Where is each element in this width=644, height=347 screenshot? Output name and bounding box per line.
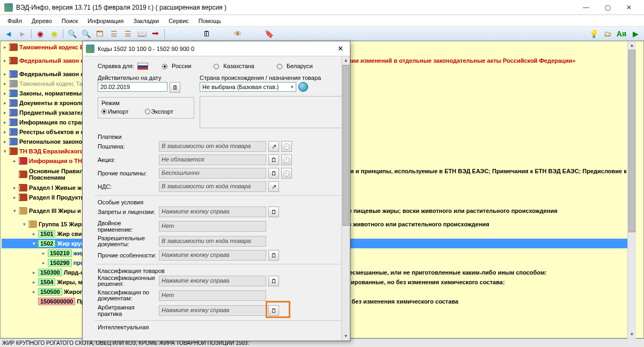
circle-target-icon[interactable]: ◉ — [48, 28, 61, 40]
classification-title: Классификация товаров — [98, 268, 345, 274]
goto-icon[interactable]: ⮕ — [149, 28, 162, 40]
bans-value: Нажмите кнопку справа — [159, 206, 266, 217]
origin-dropdown[interactable]: Не выбрана (Базовая став.)▾ — [200, 82, 296, 92]
menu-bookmarks[interactable]: Закладки — [129, 17, 164, 25]
menubar: Файл Дерево Поиск Информация Закладки Се… — [0, 15, 644, 27]
class-docs-value: Нет — [159, 290, 266, 301]
maximize-button[interactable]: ▢ — [597, 1, 618, 14]
search2-icon[interactable]: 🔍 — [79, 28, 92, 40]
cards-icon[interactable]: 🗂 — [601, 28, 614, 40]
toolbar: ◄ ► ◉ ◉ 🔍 🔍 🗔 ☰ ☰ 📖 ⮕ 🗓 👁 🔖 💡 🗂 Aя ▶ — [0, 27, 644, 41]
menu-search[interactable]: Поиск — [57, 17, 82, 25]
dialog-title: Коды 1502 10 100 0 - 1502 90 900 0 — [98, 46, 334, 52]
tree-scrollbar[interactable]: ▲ ▼ — [627, 41, 636, 339]
bulb-icon[interactable]: 💡 — [587, 28, 600, 40]
date-label: Действительно на дату — [98, 75, 194, 81]
tree-item[interactable]: Предметный указатель — [19, 109, 88, 116]
dialog-icon — [86, 45, 94, 53]
radio-belarus[interactable] — [277, 64, 282, 69]
conditions-title: Особые условия — [98, 199, 345, 205]
radio-import[interactable] — [101, 109, 107, 114]
menu-help[interactable]: Помощь — [194, 17, 226, 25]
excise-list-icon[interactable]: 🗒 — [268, 154, 279, 165]
features-list-icon[interactable]: 🗒 — [268, 250, 279, 261]
class-decisions-icon[interactable]: 🗒 — [268, 276, 279, 286]
notes-icon[interactable]: ☰ — [121, 28, 134, 40]
globe-icon[interactable] — [298, 82, 308, 92]
ay-icon[interactable]: Aя — [615, 28, 628, 40]
app-icon — [4, 3, 13, 12]
tree-item[interactable]: Информация по странам — [19, 119, 92, 125]
calendar-icon[interactable]: 🗓 — [200, 28, 213, 40]
dialog-scrollbar[interactable]: ▲ ▼ — [341, 56, 350, 341]
origin-label: Страна происхождения / назначения товара — [200, 75, 345, 81]
excise-value: Не облагается — [159, 154, 266, 165]
search-icon[interactable]: 🔍 — [65, 28, 78, 40]
nav-back-icon[interactable]: ◄ — [2, 28, 15, 40]
window-title: ВЭД-Инфо, версия 13.71 (15 февраля 2019 … — [16, 4, 575, 11]
dualuse-value: Нет — [159, 221, 266, 232]
spravka-label: Справка для: — [98, 63, 134, 69]
menu-info[interactable]: Информация — [83, 17, 128, 25]
payments-title: Платежи — [98, 134, 345, 140]
titlebar: ВЭД-Инфо, версия 13.71 (15 февраля 2019 … — [0, 0, 644, 15]
book-icon[interactable]: 📖 — [135, 28, 148, 40]
close-button[interactable]: ✕ — [618, 1, 640, 14]
menu-tree[interactable]: Дерево — [27, 17, 56, 25]
bookmark-target-icon[interactable]: ◉ — [34, 28, 47, 40]
mode-label: Режим — [101, 100, 191, 106]
minimize-button[interactable]: — — [575, 1, 597, 14]
date-input[interactable]: 20.02.2019 — [98, 82, 167, 92]
radio-export[interactable] — [145, 109, 150, 114]
ip-title: Интеллектуальная — [98, 324, 345, 330]
calendar-button-icon[interactable]: 🗓 — [170, 82, 180, 93]
menu-service[interactable]: Сервис — [164, 17, 193, 25]
radio-kazakhstan[interactable] — [214, 64, 219, 69]
bans-list-icon[interactable]: 🗒 — [268, 206, 279, 217]
dialog-close-icon[interactable]: ✕ — [334, 45, 347, 53]
permits-value: В зависимости от кода товара — [159, 236, 266, 247]
excise-time-icon[interactable]: 🕘 — [281, 154, 292, 165]
dict-icon[interactable]: 🗔 — [93, 28, 106, 40]
duty-time-icon[interactable]: 🕘 — [281, 141, 292, 152]
class-decisions-value: Нажмите кнопку справа — [159, 276, 266, 286]
tag-icon[interactable]: 🔖 — [262, 28, 275, 40]
eye-icon[interactable]: 👁 — [231, 28, 244, 40]
flag-icon[interactable]: ▶ — [629, 28, 642, 40]
vat-value: В зависимости от кода товара — [159, 181, 266, 192]
vat-info-icon[interactable]: ↗ — [268, 181, 279, 192]
duty-value: В зависимости от кода товара — [159, 141, 266, 152]
other-duty-value: Беспошлинно — [159, 168, 266, 179]
arbitration-list-icon[interactable]: 🗒 — [268, 305, 279, 316]
other-time-icon[interactable]: 🕘 — [281, 168, 292, 179]
flag-ru-icon — [137, 63, 148, 70]
list-icon[interactable]: ☰ — [107, 28, 120, 40]
codes-dialog: Коды 1502 10 100 0 - 1502 90 900 0 ✕ Спр… — [82, 41, 350, 341]
other-list-icon[interactable]: 🗒 — [268, 168, 279, 179]
nav-fwd-icon[interactable]: ► — [16, 28, 29, 40]
duty-info-icon[interactable]: ↗ — [268, 141, 279, 152]
arbitration-value: Нажмите кнопку справа — [159, 305, 266, 316]
chevron-down-icon: ▾ — [291, 84, 294, 90]
menu-file[interactable]: Файл — [3, 17, 26, 25]
features-value: Нажмите кнопку справа — [159, 250, 266, 261]
radio-russia[interactable] — [162, 64, 167, 69]
